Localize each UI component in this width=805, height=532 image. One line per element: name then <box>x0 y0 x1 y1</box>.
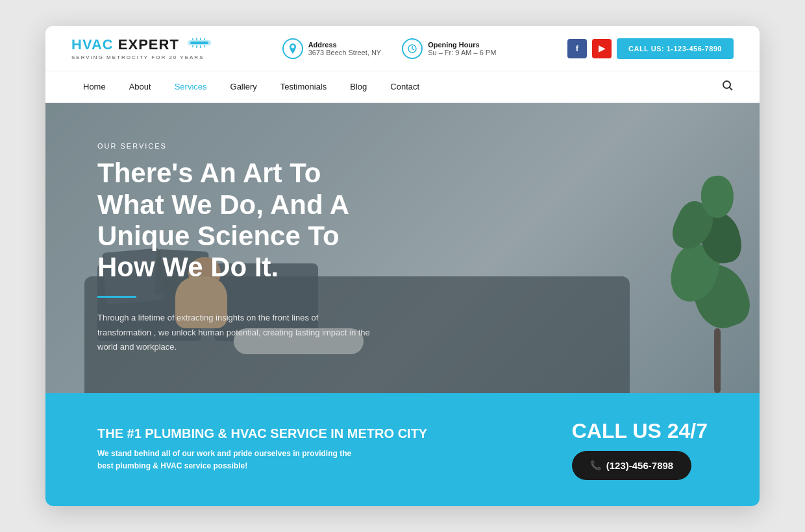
location-icon <box>282 38 303 59</box>
svg-line-12 <box>730 87 733 90</box>
top-info: Address 3673 Beech Street, NY Opening Ho… <box>282 38 497 59</box>
nav-links: Home About Services Gallery Testimonials… <box>71 71 431 102</box>
hours-label: Opening Hours <box>428 41 496 49</box>
nav-gallery[interactable]: Gallery <box>219 71 269 102</box>
logo-icon <box>188 36 211 49</box>
banner-description: We stand behind all of our work and prid… <box>97 448 357 472</box>
facebook-button[interactable]: f <box>567 39 587 58</box>
top-bar: HVAC EXPERT <box>45 26 760 71</box>
banner-title: THE #1 PLUMBING & HVAC SERVICE IN METRO … <box>97 426 427 441</box>
hero-divider <box>97 296 136 298</box>
call-cta-button[interactable]: CALL US: 1-123-456-7890 <box>617 38 734 59</box>
top-actions: f ▶ CALL US: 1-123-456-7890 <box>567 38 734 59</box>
phone-number: (123)-456-7898 <box>606 460 673 471</box>
youtube-button[interactable]: ▶ <box>592 39 612 58</box>
bottom-banner: THE #1 PLUMBING & HVAC SERVICE IN METRO … <box>45 393 760 506</box>
logo-expert: EXPERT <box>118 36 179 53</box>
hours-value: Su – Fr: 9 AM – 6 PM <box>428 49 496 56</box>
nav-about[interactable]: About <box>118 71 163 102</box>
browser-frame: HVAC EXPERT <box>45 26 760 505</box>
nav-testimonials[interactable]: Testimonials <box>269 71 339 102</box>
logo: HVAC EXPERT <box>71 36 211 60</box>
call-24-label: CALL US 24/7 <box>572 419 708 443</box>
hours-info: Opening Hours Su – Fr: 9 AM – 6 PM <box>402 38 496 59</box>
nav-bar: Home About Services Gallery Testimonials… <box>45 71 760 103</box>
hero-section: OUR SERVICES There's An Art To What We D… <box>45 103 760 393</box>
logo-title: HVAC EXPERT <box>71 36 211 53</box>
hours-text: Opening Hours Su – Fr: 9 AM – 6 PM <box>428 41 496 56</box>
clock-icon <box>402 38 423 59</box>
nav-blog[interactable]: Blog <box>338 71 378 102</box>
nav-home[interactable]: Home <box>71 71 118 102</box>
phone-button[interactable]: 📞 (123)-456-7898 <box>572 451 691 480</box>
hero-eyebrow: OUR SERVICES <box>97 142 383 150</box>
address-info: Address 3673 Beech Street, NY <box>282 38 382 59</box>
hero-description: Through a lifetime of extracting insight… <box>97 311 370 354</box>
search-icon[interactable] <box>722 80 734 94</box>
phone-icon: 📞 <box>590 460 601 470</box>
hero-title: There's An Art To What We Do, And A Uniq… <box>97 158 383 283</box>
logo-subtitle: SERVING METROCITY FOR 20 YEARS <box>71 54 211 60</box>
address-text: Address 3673 Beech Street, NY <box>308 41 382 56</box>
nav-services[interactable]: Services <box>163 71 219 102</box>
svg-point-11 <box>723 81 730 88</box>
banner-right: CALL US 24/7 📞 (123)-456-7898 <box>572 419 708 480</box>
banner-left: THE #1 PLUMBING & HVAC SERVICE IN METRO … <box>97 426 427 472</box>
address-label: Address <box>308 41 382 49</box>
svg-rect-1 <box>190 42 208 44</box>
nav-contact[interactable]: Contact <box>378 71 431 102</box>
logo-hvac: HVAC <box>71 36 114 53</box>
address-value: 3673 Beech Street, NY <box>308 49 382 56</box>
hero-content: OUR SERVICES There's An Art To What We D… <box>45 103 435 393</box>
